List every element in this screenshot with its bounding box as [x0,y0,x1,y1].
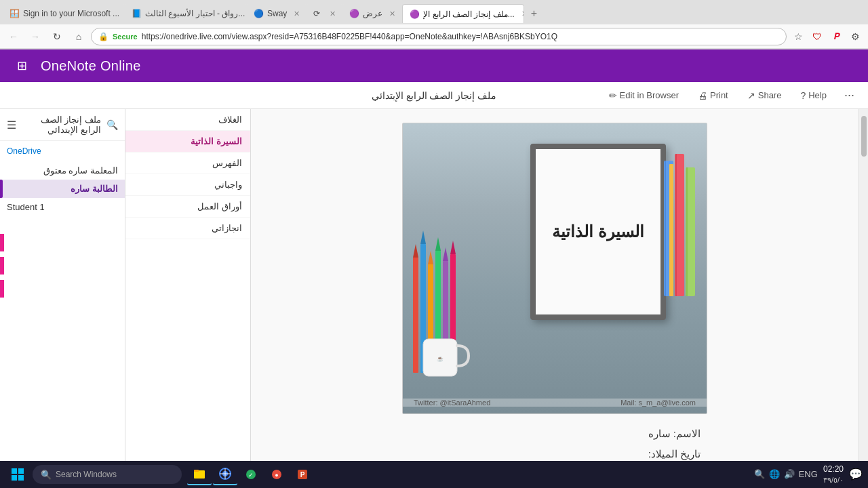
network-icon[interactable]: 🌐 [769,469,780,479]
section-worksheets[interactable]: أوراق العمل [125,196,250,218]
home-button[interactable]: ⌂ [69,27,88,46]
tab-onenote-label: ملف إنجاز الصف الرابع الإ... [423,9,514,19]
sidebar-item-teacher[interactable]: المعلمة ساره معتوق [0,161,125,180]
more-options-button[interactable]: ··· [842,85,857,105]
back-button[interactable]: ← [4,27,23,46]
frame-text: السيرة الذاتية [536,149,660,314]
tab-week3[interactable]: 📘 رواق - احتبار الأسبوع الثالث... ✕ [125,4,247,23]
app-container: ⊞ OneNote Online ملف إنجاز الصف الرابع ا… [0,49,868,488]
new-tab-button[interactable]: + [524,4,543,23]
tab-loading[interactable]: ⟳ ✕ [307,4,342,23]
dob-line: تاريخ الميلاد: [409,448,701,460]
help-button[interactable]: ? Help [796,87,831,104]
volume-icon[interactable]: 🔊 [784,469,795,479]
tab-loading-favicon: ⟳ [313,9,323,18]
notification-icon[interactable]: 💬 [849,468,863,481]
sidebar-search-icon[interactable]: 🔍 [106,119,118,130]
clock-time: 02:20 [823,464,844,475]
clock-date: ٣٩/٥/٠ [823,475,844,485]
svg-marker-7 [435,237,441,251]
svg-rect-17 [675,154,677,296]
svg-rect-24 [18,475,24,481]
section-index[interactable]: الفهرس [125,152,250,174]
share-button[interactable]: ↗ Share [743,87,786,104]
pinterest-icon[interactable]: 𝙋 [827,28,845,45]
taskbar-app4[interactable]: ● [264,464,289,485]
svg-text:☕: ☕ [437,355,443,362]
taskbar-chrome[interactable] [213,464,237,485]
forward-button[interactable]: → [26,27,45,46]
tab-sway-favicon: 🔵 [254,9,263,18]
search-sys-icon[interactable]: 🔍 [754,469,765,479]
tab-arabic[interactable]: 🟣 عرض ✕ [342,4,402,23]
tab-microsoft-label: Sign in to your Microsoft ... [23,9,119,18]
section-homework[interactable]: واجباتي [125,174,250,196]
taskbar-explorer[interactable] [187,464,212,485]
taskbar-search-bar[interactable]: 🔍 Search Windows [33,465,182,484]
browser-chrome: 🪟 Sign in to your Microsoft ... ✕ 📘 رواق… [0,0,868,49]
sidebar-title: ملف إنجاز الصف الرابع الإبتدائي [16,115,106,135]
onenote-brand: OneNote Online [41,58,141,74]
edit-label: Edit in Browser [620,90,679,100]
print-icon: 🖨 [698,90,707,101]
extensions-icon[interactable]: ⚙ [846,28,864,45]
tab-bar: 🪟 Sign in to your Microsoft ... ✕ 📘 رواق… [0,0,868,24]
sidebar-header: ☰ ملف إنجاز الصف الرابع الإبتدائي 🔍 [0,109,125,141]
taskbar-right: 🔍 🌐 🔊 ENG 02:20 ٣٩/٥/٠ 💬 [754,464,863,485]
tab-loading-close[interactable]: ✕ [330,9,336,18]
start-button[interactable] [5,464,30,485]
content-image: ☕ السيرة الذاتية [402,123,707,414]
section-cover[interactable]: الغلاف [125,109,250,131]
svg-rect-20 [669,164,673,296]
tab-sway-close[interactable]: ✕ [294,9,300,18]
tab-microsoft[interactable]: 🪟 Sign in to your Microsoft ... ✕ [3,4,125,23]
active-indicator-3 [0,280,4,298]
onedrive-link[interactable]: OneDrive [0,141,125,161]
taskbar-app-icons: ✓ ● P [187,464,315,485]
tab-onenote[interactable]: 🟣 ملف إنجاز الصف الرابع الإ... ✕ [402,4,524,23]
svg-marker-9 [443,247,448,261]
print-button[interactable]: 🖨 Print [694,87,732,104]
scrollbar-thumb[interactable] [861,116,867,157]
right-scrollbar[interactable] [859,109,868,488]
section-achievements[interactable]: انجازاتي [125,218,250,239]
taskbar: 🔍 Search Windows ✓ [0,461,868,488]
hamburger-icon[interactable]: ☰ [7,119,16,131]
tab-week3-label: رواق - احتبار الأسبوع الثالث... [145,9,245,18]
svg-rect-19 [686,167,688,296]
waffle-icon[interactable]: ⊞ [11,55,33,77]
secure-label: Secure [113,33,138,41]
onenote-header: ⊞ OneNote Online [0,49,868,82]
books-decoration [664,140,701,303]
section-bio[interactable]: السيرة الذاتية [125,131,250,152]
taskbar-search-text: Search Windows [56,470,117,479]
twitter-text: Twitter: @itSaraAhmed [414,399,490,407]
print-label: Print [710,90,728,100]
page-content-area[interactable]: ☕ السيرة الذاتية [251,109,859,488]
svg-marker-5 [428,251,433,264]
sidebar-item-student1[interactable]: Student 1 [0,198,125,216]
svg-marker-11 [450,241,456,254]
address-bar[interactable]: 🔒 Secure https://onedrive.live.com/view.… [91,28,787,45]
refresh-button[interactable]: ↻ [47,27,66,46]
language-label[interactable]: ENG [799,469,818,479]
taskbar-clock[interactable]: 02:20 ٣٩/٥/٠ [823,464,844,485]
taskbar-powerpoint[interactable]: P [290,464,315,485]
tab-arabic-close[interactable]: ✕ [389,9,395,18]
tab-sway[interactable]: 🔵 Sway ✕ [247,4,307,23]
star-icon[interactable]: ☆ [789,28,807,45]
sidebar-item-student-sara[interactable]: الطالبة ساره [0,180,125,198]
active-indicator-2 [0,257,4,274]
share-icon: ↗ [747,90,755,101]
image-footer: Twitter: @itSaraAhmed Mail: s_m_a@live.c… [403,399,707,407]
top-toolbar: ملف إنجاز الصف الرابع الإبتدائي ✏ Edit i… [0,82,868,109]
norton-icon[interactable]: 🛡 [808,28,826,45]
mail-text: Mail: s_m_a@live.com [620,399,696,407]
svg-text:●: ● [275,472,278,479]
address-url: https://onedrive.live.com/view.aspx?resi… [142,32,779,41]
edit-in-browser-button[interactable]: ✏ Edit in Browser [605,87,683,104]
taskbar-app3[interactable]: ✓ [239,464,263,485]
edit-icon: ✏ [609,90,617,101]
svg-rect-23 [12,475,17,481]
svg-text:✓: ✓ [248,472,254,479]
